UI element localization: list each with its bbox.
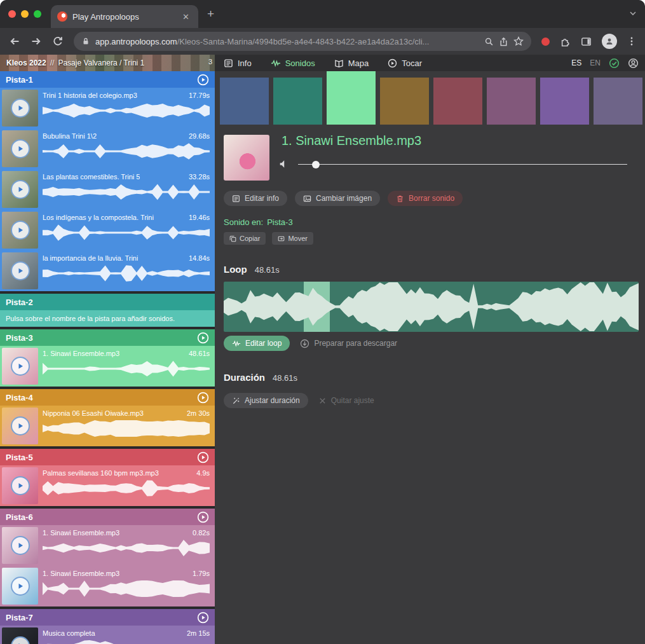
minimize-window-button[interactable] bbox=[21, 10, 29, 18]
tab-mapa[interactable]: Mapa bbox=[334, 58, 369, 68]
track-swatch[interactable] bbox=[273, 78, 322, 125]
sound-item[interactable]: 1. Sinawi Ensemble.mp3 0.82s bbox=[0, 525, 215, 566]
play-icon[interactable] bbox=[11, 221, 30, 240]
sound-waveform bbox=[43, 142, 210, 160]
sound-item[interactable]: Trini 1 historia del colegio.mp3 17.79s bbox=[0, 88, 215, 128]
close-window-button[interactable] bbox=[8, 10, 16, 18]
sound-item[interactable]: Palmas sevillanas 160 bpm mp3.mp3 4.9s bbox=[0, 465, 215, 506]
recording-indicator-icon[interactable] bbox=[541, 38, 550, 46]
track-swatch[interactable] bbox=[220, 78, 269, 125]
share-icon[interactable] bbox=[499, 37, 508, 46]
track-play-button[interactable] bbox=[197, 511, 209, 523]
loop-waveform-panel[interactable] bbox=[224, 282, 639, 332]
sound-item[interactable]: Los indígenas y la compostela. Trini 19.… bbox=[0, 210, 215, 250]
tab-sonidos[interactable]: Sonidos bbox=[271, 58, 315, 68]
play-icon[interactable] bbox=[11, 139, 30, 158]
track-header[interactable]: Pista-2 bbox=[0, 294, 215, 310]
track-swatch[interactable] bbox=[327, 71, 376, 125]
track-play-button[interactable] bbox=[197, 332, 209, 344]
sound-thumbnail bbox=[2, 171, 38, 208]
forward-icon[interactable] bbox=[31, 36, 42, 47]
track-name: Pista-6 bbox=[6, 512, 33, 522]
track-header[interactable]: Pista-7 bbox=[0, 609, 215, 626]
sound-thumbnail bbox=[2, 568, 38, 605]
track-header[interactable]: Pista-1 bbox=[0, 71, 215, 88]
move-button[interactable]: Mover bbox=[272, 232, 313, 245]
browser-tabstrip: Play Antropoloops ✕ + bbox=[0, 0, 645, 28]
sound-item[interactable]: Musica completa 2m 15s bbox=[0, 626, 215, 644]
play-icon[interactable] bbox=[11, 476, 30, 495]
track-swatch[interactable] bbox=[487, 78, 536, 125]
lang-en[interactable]: EN bbox=[590, 58, 601, 67]
sound-track-link[interactable]: Pista-3 bbox=[267, 217, 292, 227]
sync-check-icon[interactable] bbox=[609, 58, 620, 69]
copy-button[interactable]: Copiar bbox=[224, 232, 266, 245]
volume-row bbox=[279, 156, 627, 172]
track-play-button[interactable] bbox=[197, 451, 209, 463]
sound-location: Sonido en: Pista-3 bbox=[224, 217, 293, 227]
track-swatch[interactable] bbox=[380, 78, 429, 125]
sound-item[interactable]: la importancia de la lluvia. Trini 14.84… bbox=[0, 250, 215, 291]
tab-tocar[interactable]: Tocar bbox=[388, 58, 422, 68]
sound-item[interactable]: Nipponia 06 Esashi Oiwake.mp3 2m 30s bbox=[0, 406, 215, 446]
remove-adjust-button[interactable]: Quitar ajuste bbox=[318, 396, 374, 405]
account-icon[interactable] bbox=[628, 58, 639, 69]
play-icon[interactable] bbox=[11, 99, 30, 118]
delete-sound-button[interactable]: Borrar sonido bbox=[388, 191, 463, 206]
play-icon[interactable] bbox=[11, 416, 30, 435]
sound-item[interactable]: 1. Sinawi Ensemble.mp3 1.79s bbox=[0, 566, 215, 606]
lang-es[interactable]: ES bbox=[571, 58, 581, 67]
tab-info[interactable]: Info bbox=[224, 58, 252, 68]
track-header[interactable]: Pista-6 bbox=[0, 509, 215, 525]
track-header[interactable]: Pista-5 bbox=[0, 449, 215, 465]
track-play-button[interactable] bbox=[197, 392, 209, 404]
change-image-button[interactable]: Cambiar imágen bbox=[295, 191, 380, 206]
back-icon[interactable] bbox=[9, 36, 20, 47]
edit-loop-button[interactable]: Editar loop bbox=[224, 336, 290, 351]
browser-menu-icon[interactable] bbox=[627, 36, 636, 46]
tab-search-chevron-icon[interactable] bbox=[628, 9, 637, 18]
reload-icon[interactable] bbox=[52, 36, 64, 47]
loop-actions: Editar loop Preparar para descargar bbox=[224, 336, 397, 351]
side-panel-icon[interactable] bbox=[581, 36, 592, 47]
track-swatch[interactable] bbox=[433, 78, 482, 125]
track-header[interactable]: Pista-3 bbox=[0, 329, 215, 346]
window-controls[interactable] bbox=[8, 10, 41, 18]
track-header[interactable]: Pista-4 bbox=[0, 389, 215, 406]
play-icon[interactable] bbox=[11, 180, 30, 199]
url-text[interactable]: app.antropoloops.com/Kleos-Santa-Marina/… bbox=[95, 37, 479, 46]
volume-knob[interactable] bbox=[312, 161, 320, 168]
play-icon[interactable] bbox=[11, 536, 30, 555]
track-swatch[interactable] bbox=[540, 78, 589, 125]
track-play-button[interactable] bbox=[197, 612, 209, 624]
lock-icon[interactable] bbox=[81, 37, 90, 46]
adjust-duration-button[interactable]: Ajustar duración bbox=[224, 393, 308, 408]
track-swatch[interactable] bbox=[594, 78, 642, 125]
sound-item[interactable]: Las plantas comestibles. Trini 5 33.28s bbox=[0, 169, 215, 210]
new-tab-button[interactable]: + bbox=[207, 8, 214, 20]
track-play-button[interactable] bbox=[197, 74, 209, 86]
zoom-icon[interactable] bbox=[484, 37, 494, 46]
play-icon[interactable] bbox=[11, 577, 30, 596]
play-icon[interactable] bbox=[11, 636, 30, 644]
browser-tab[interactable]: Play Antropoloops ✕ bbox=[51, 5, 198, 28]
sound-thumbnail bbox=[2, 527, 38, 564]
tab-close-icon[interactable]: ✕ bbox=[180, 11, 192, 23]
sound-item[interactable]: 1. Sinawi Ensemble.mp3 48.61s bbox=[0, 346, 215, 387]
selected-sound-image[interactable] bbox=[224, 135, 269, 181]
sound-item[interactable]: Bubulina Trini 1\2 29.68s bbox=[0, 128, 215, 169]
sound-duration: 33.28s bbox=[189, 173, 210, 181]
url-bar[interactable]: app.antropoloops.com/Kleos-Santa-Marina/… bbox=[74, 32, 531, 51]
bookmark-star-icon[interactable] bbox=[513, 36, 524, 46]
prepare-download-button[interactable]: Preparar para descargar bbox=[300, 339, 397, 348]
breadcrumb-path[interactable]: Pasaje Valvanera / Trini 1 bbox=[58, 58, 144, 67]
breadcrumb-project[interactable]: Kleos 2022 bbox=[6, 58, 46, 67]
profile-avatar-icon[interactable] bbox=[602, 34, 617, 49]
extensions-puzzle-icon[interactable] bbox=[560, 36, 571, 47]
edit-info-button[interactable]: Editar info bbox=[224, 191, 287, 206]
breadcrumb[interactable]: Kleos 2022 // Pasaje Valvanera / Trini 1 bbox=[6, 55, 215, 71]
play-icon[interactable] bbox=[11, 261, 30, 280]
maximize-window-button[interactable] bbox=[34, 10, 41, 18]
play-icon[interactable] bbox=[11, 357, 30, 376]
volume-slider[interactable] bbox=[298, 156, 627, 172]
